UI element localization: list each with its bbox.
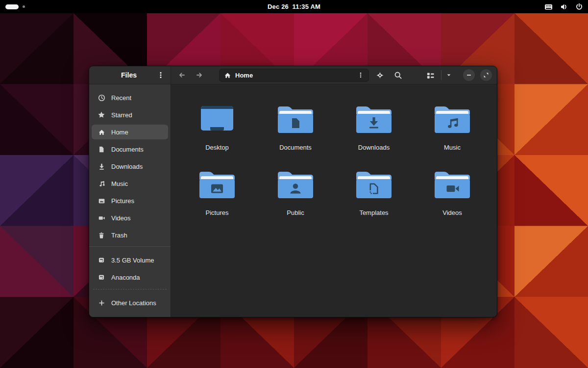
home-icon: [98, 128, 105, 136]
sidebar: Recent Starred Home Documents Downloads …: [89, 84, 171, 317]
view-options-button[interactable]: [443, 68, 454, 82]
app-title: Files: [89, 71, 157, 79]
sidebar-item-pictures[interactable]: Pictures: [92, 193, 168, 208]
view-toggle-button[interactable]: [423, 68, 437, 82]
sidebar-dashed-separator: [93, 289, 167, 289]
arrow-left-icon: [178, 71, 186, 79]
sidebar-item-label: Documents: [111, 146, 144, 153]
restore-icon: [483, 72, 489, 78]
sidebar-separator: [89, 246, 171, 247]
file-grid: Desktop Documents Downloads: [178, 103, 497, 233]
drive-icon: [98, 256, 105, 264]
sidebar-item-documents[interactable]: Documents: [92, 142, 168, 157]
keyboard-icon[interactable]: [544, 3, 553, 11]
image-icon: [98, 197, 105, 205]
home-icon: [224, 72, 231, 79]
file-item-documents[interactable]: Documents: [256, 103, 335, 168]
system-status-area: [544, 0, 583, 13]
sidebar-item-music[interactable]: Music: [92, 176, 168, 191]
toolbar-separator: [441, 70, 441, 80]
file-item-videos[interactable]: Videos: [413, 168, 491, 233]
minimize-button[interactable]: [463, 69, 475, 81]
file-item-music[interactable]: Music: [413, 103, 491, 168]
sidebar-item-label: 3.5 GB Volume: [111, 257, 154, 264]
download-icon: [98, 162, 105, 170]
maximize-button[interactable]: [480, 69, 492, 81]
file-item-label: Documents: [256, 144, 335, 151]
file-item-label: Templates: [335, 209, 413, 216]
star-diamond-icon: [375, 71, 385, 80]
sidebar-item-label: Other Locations: [111, 299, 156, 307]
sidebar-item-label: Downloads: [111, 163, 143, 170]
sidebar-item-other-locations[interactable]: Other Locations: [92, 295, 168, 310]
file-item-label: Videos: [413, 209, 491, 216]
trash-icon: [98, 231, 105, 239]
sidebar-item-recent[interactable]: Recent: [92, 90, 168, 105]
file-item-public[interactable]: Public: [256, 168, 335, 233]
back-button[interactable]: [176, 69, 188, 81]
downloads-folder-icon: [355, 103, 393, 134]
path-bar[interactable]: Home: [219, 69, 369, 82]
file-item-pictures[interactable]: Pictures: [178, 168, 256, 233]
music-folder-icon: [433, 103, 471, 134]
search-button[interactable]: [391, 68, 405, 82]
sidebar-item-label: Starred: [111, 111, 132, 119]
file-view[interactable]: Desktop Documents Downloads: [171, 84, 497, 317]
file-item-label: Pictures: [178, 209, 256, 216]
video-icon: [98, 214, 105, 222]
drive-icon: [98, 273, 105, 281]
file-item-desktop[interactable]: Desktop: [178, 103, 256, 168]
sidebar-item-anaconda[interactable]: Anaconda: [92, 270, 168, 285]
sidebar-item-label: Home: [111, 129, 128, 136]
file-item-label: Desktop: [178, 144, 256, 151]
volume-icon[interactable]: [560, 3, 568, 11]
documents-folder-icon: [276, 103, 315, 134]
file-item-label: Music: [413, 144, 491, 151]
header-bar: Home: [171, 66, 497, 84]
files-window: Files Home: [89, 66, 497, 317]
sidebar-item-volume[interactable]: 3.5 GB Volume: [92, 253, 168, 267]
arrow-right-icon: [196, 71, 203, 79]
sidebar-item-label: Anaconda: [111, 274, 140, 281]
sidebar-item-label: Music: [111, 180, 128, 187]
file-item-downloads[interactable]: Downloads: [335, 103, 413, 168]
sidebar-item-home[interactable]: Home: [92, 125, 168, 139]
sidebar-item-label: Trash: [111, 232, 127, 239]
starred-items-button[interactable]: [373, 68, 387, 82]
templates-folder-icon: [355, 168, 393, 199]
sidebar-item-label: Pictures: [111, 197, 134, 205]
list-view-icon: [426, 71, 435, 79]
desktop-folder-icon: [198, 103, 236, 134]
kebab-menu-icon: [157, 71, 165, 79]
clock[interactable]: Dec 26 11:35 AM: [0, 3, 588, 10]
sidebar-item-label: Recent: [111, 94, 131, 102]
music-icon: [98, 180, 105, 187]
public-folder-icon: [276, 168, 315, 199]
pictures-folder-icon: [198, 168, 236, 199]
location-menu-icon[interactable]: [357, 72, 364, 79]
file-item-label: Downloads: [335, 144, 413, 151]
sidebar-item-downloads[interactable]: Downloads: [92, 159, 168, 174]
forward-button[interactable]: [194, 69, 205, 81]
star-icon: [98, 111, 105, 119]
current-location-label: Home: [235, 72, 253, 79]
sidebar-item-label: Videos: [111, 214, 131, 222]
file-item-label: Public: [256, 209, 335, 216]
chevron-down-icon: [446, 72, 452, 78]
sidebar-item-videos[interactable]: Videos: [92, 210, 168, 225]
sidebar-item-trash[interactable]: Trash: [92, 228, 168, 242]
power-icon[interactable]: [575, 3, 583, 11]
sidebar-item-starred[interactable]: Starred: [92, 107, 168, 122]
videos-folder-icon: [433, 168, 471, 199]
app-menu-button[interactable]: [157, 71, 165, 79]
document-icon: [98, 145, 105, 153]
file-item-templates[interactable]: Templates: [335, 168, 413, 233]
minimize-icon: [466, 72, 472, 78]
sidebar-header: Files: [89, 66, 171, 84]
plus-icon: [98, 299, 105, 307]
top-bar: Dec 26 11:35 AM: [0, 0, 588, 13]
recent-icon: [98, 94, 105, 102]
search-icon: [394, 71, 402, 79]
